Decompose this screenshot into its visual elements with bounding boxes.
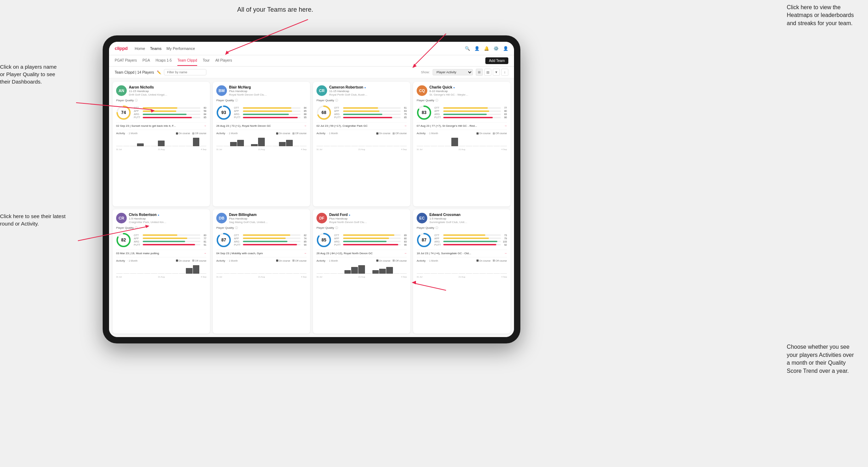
filter-icon[interactable]: ▼ bbox=[493, 69, 500, 76]
search-icon[interactable]: 🔍 bbox=[465, 46, 470, 51]
latest-round[interactable]: 02 Sep 23 | Sunset round to get back int… bbox=[116, 122, 206, 127]
edit-icon[interactable]: ✏️ bbox=[157, 70, 161, 74]
tablet-frame: clippd Home Teams My Performance 🔍 👤 🔔 ⚙… bbox=[103, 35, 520, 343]
search-input[interactable] bbox=[164, 69, 206, 75]
grid-view-icon[interactable]: ⊞ bbox=[476, 69, 483, 76]
quality-section[interactable]: 74 OTT 60 APP 58 ARG 84 bbox=[116, 105, 206, 120]
latest-round-arrow: → bbox=[204, 252, 206, 255]
person-icon[interactable]: 👤 bbox=[474, 46, 480, 51]
chart-area: 31 Jul 21 Aug 4 Sep bbox=[116, 136, 206, 150]
activity-period: · 1 Month bbox=[428, 132, 438, 135]
tab-pgat-players[interactable]: PGAT Players bbox=[115, 56, 137, 66]
settings-icon[interactable]: ⚙️ bbox=[493, 46, 499, 51]
quality-section[interactable]: 83 OTT 77 APP 80 ARG 83 bbox=[417, 105, 507, 120]
latest-round[interactable]: 03 Mar 23 | 19, Must make putting → bbox=[116, 250, 206, 255]
legend-on-course: On course bbox=[276, 260, 290, 262]
quality-section[interactable]: 87 OTT 73 APP 79 ARG 103 bbox=[417, 233, 507, 247]
quality-section[interactable]: 82 OTT 60 APP 77 ARG 81 bbox=[116, 233, 206, 247]
chart-area: 31 Jul 21 Aug 4 Sep bbox=[417, 136, 507, 150]
info-icon: ⓘ bbox=[435, 226, 438, 230]
avatar-icon[interactable]: 👤 bbox=[503, 46, 508, 51]
latest-round[interactable]: 07 Aug 23 | 77 (+7), St George's Hill GC… bbox=[417, 122, 507, 127]
avatar: BM bbox=[216, 85, 227, 96]
quality-label: Player Quality bbox=[417, 226, 434, 229]
player-name[interactable]: Cameron Robertson ● bbox=[329, 85, 407, 90]
chart-labels: 31 Jul 21 Aug 4 Sep bbox=[417, 276, 507, 278]
score-circle[interactable]: 87 bbox=[216, 233, 231, 247]
stat-row-putt: PUTT 85 bbox=[334, 116, 407, 119]
legend-off-course: Off course bbox=[393, 260, 407, 262]
score-circle[interactable]: 87 bbox=[417, 233, 432, 247]
tablet-screen: clippd Home Teams My Performance 🔍 👤 🔔 ⚙… bbox=[109, 42, 514, 337]
stats-bars: OTT 77 APP 80 ARG 83 PUTT 86 bbox=[434, 107, 507, 119]
player-handicap: 6-10 Handicap bbox=[429, 90, 507, 93]
quality-section[interactable]: 87 OTT 82 APP 74 ARG 85 bbox=[216, 233, 307, 247]
nav-home[interactable]: Home bbox=[135, 46, 145, 51]
tab-team-clippd[interactable]: Team Clippd bbox=[177, 56, 197, 66]
avatar: DF bbox=[316, 213, 327, 223]
latest-round[interactable]: 18 Jul 23 | 74 (+4), Sunningdale GC - Ol… bbox=[417, 250, 507, 255]
player-card: CR Chris Robertson ● 1-5 Handicap Craigm… bbox=[113, 209, 210, 334]
stats-bars: OTT 84 APP 85 ARG 88 PUTT 95 bbox=[234, 107, 307, 119]
legend-off-course: Off course bbox=[493, 132, 507, 135]
table-view-icon[interactable]: ▤ bbox=[484, 69, 491, 76]
player-card: CQ Charlie Quick ● 6-10 Handicap St. Geo… bbox=[413, 82, 510, 206]
team-bar: Team Clippd | 14 Players ✏️ Show: Player… bbox=[109, 67, 514, 78]
activity-period: · 1 Month bbox=[327, 260, 338, 262]
chart-labels: 31 Jul 21 Aug 4 Sep bbox=[216, 148, 307, 150]
player-name[interactable]: David Ford ● bbox=[329, 213, 407, 217]
player-name[interactable]: Dave Billingham bbox=[229, 213, 307, 217]
quality-section[interactable]: 85 OTT 89 APP 80 ARG 83 bbox=[316, 233, 407, 247]
latest-round[interactable]: 26 Aug 23 | 73 (+1), Royal North Devon G… bbox=[216, 122, 307, 127]
score-value: 83 bbox=[422, 110, 426, 115]
activity-legend: On course Off course bbox=[376, 260, 407, 262]
latest-round-text: 03 Mar 23 | 19, Must make putting bbox=[116, 252, 159, 255]
activity-title: Activity bbox=[116, 259, 125, 262]
info-icon: ⓘ bbox=[135, 226, 138, 230]
stat-row-ott: OTT 60 bbox=[134, 234, 206, 237]
tab-pga[interactable]: PGA bbox=[142, 56, 150, 66]
player-info: Aaron Nicholls 11-15 Handicap Drift Golf… bbox=[129, 85, 206, 96]
player-name[interactable]: Edward Crossman bbox=[429, 213, 507, 217]
tab-tour[interactable]: Tour bbox=[203, 56, 210, 66]
stat-row-putt: PUTT 86 bbox=[434, 116, 507, 119]
info-icon: ⓘ bbox=[235, 226, 238, 230]
player-name[interactable]: Aaron Nicholls bbox=[129, 85, 206, 90]
activity-legend: On course Off course bbox=[476, 132, 507, 135]
latest-round[interactable]: 04 Sep 23 | Mobility with coach, Gym → bbox=[216, 250, 307, 255]
quality-section[interactable]: 68 OTT 61 APP 63 ARG 75 bbox=[316, 105, 407, 120]
player-info: Charlie Quick ● 6-10 Handicap St. George… bbox=[429, 85, 507, 96]
quality-section[interactable]: 93 OTT 84 APP 85 ARG 88 bbox=[216, 105, 307, 120]
player-handicap: 11-15 Handicap bbox=[329, 90, 407, 93]
score-circle[interactable]: 85 bbox=[316, 233, 331, 247]
score-circle[interactable]: 83 bbox=[417, 105, 432, 120]
avatar: CQ bbox=[417, 85, 427, 96]
quality-label-row: Player Quality ⓘ bbox=[216, 226, 307, 230]
nav-teams[interactable]: Teams bbox=[150, 46, 161, 51]
player-header: EC Edward Crossman 1-5 Handicap Sunningd… bbox=[417, 213, 507, 224]
stat-row-putt: PUTT 91 bbox=[134, 244, 206, 246]
player-info: Chris Robertson ● 1-5 Handicap Craigmill… bbox=[129, 213, 206, 224]
player-name[interactable]: Blair McHarg bbox=[229, 85, 307, 90]
latest-round[interactable]: 02 Jul 23 | 59 (+17), Craigmillar Park G… bbox=[316, 122, 407, 127]
avatar: AN bbox=[116, 85, 127, 96]
bell-icon[interactable]: 🔔 bbox=[484, 46, 489, 51]
nav-my-performance[interactable]: My Performance bbox=[166, 46, 195, 51]
latest-round[interactable]: 26 Aug 23 | 84 (+12), Royal North Devon … bbox=[316, 250, 407, 255]
show-select[interactable]: Player Activity Quality Score Trend bbox=[433, 69, 473, 75]
tab-all-players[interactable]: All Players bbox=[215, 56, 232, 66]
chart-area: 31 Jul 21 Aug 4 Sep bbox=[417, 264, 507, 278]
player-club: Drift Golf Club, United Kingdom bbox=[129, 93, 168, 96]
stat-row-app: APP 58 bbox=[134, 110, 206, 112]
player-name[interactable]: Chris Robertson ● bbox=[129, 213, 206, 217]
score-circle[interactable]: 82 bbox=[116, 233, 131, 247]
player-name[interactable]: Charlie Quick ● bbox=[429, 85, 507, 90]
activity-period: · 1 Month bbox=[127, 132, 137, 135]
tab-hcaps[interactable]: Hcaps 1-5 bbox=[156, 56, 172, 66]
score-circle[interactable]: 68 bbox=[316, 105, 331, 120]
activity-header: Activity · 1 Month On course Off course bbox=[116, 259, 206, 262]
score-circle[interactable]: 93 bbox=[216, 105, 231, 120]
sort-icon[interactable]: ↕ bbox=[501, 69, 508, 76]
score-circle[interactable]: 74 bbox=[116, 105, 131, 120]
add-team-button[interactable]: Add Team bbox=[485, 57, 508, 64]
